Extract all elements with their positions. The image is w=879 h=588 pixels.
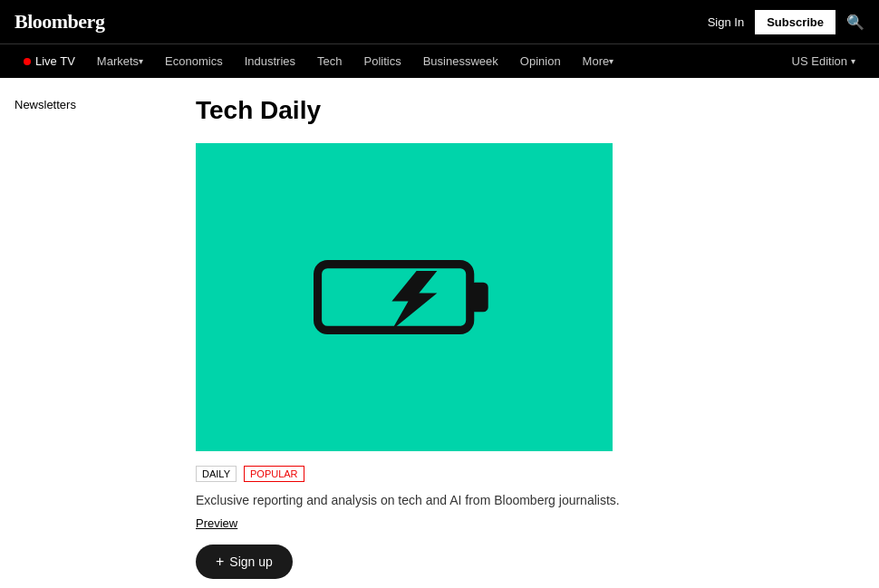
top-bar-left: Bloomberg: [14, 10, 104, 34]
battery-icon: [314, 243, 495, 352]
nav-item-more[interactable]: More: [574, 44, 623, 79]
preview-link[interactable]: Preview: [196, 516, 865, 530]
top-bar-right: Sign In Subscribe 🔍: [708, 10, 865, 34]
tag-daily: DAILY: [196, 466, 237, 482]
newsletter-description: Exclusive reporting and analysis on tech…: [196, 493, 865, 507]
svg-rect-1: [327, 274, 461, 322]
nav-item-economics[interactable]: Economics: [156, 44, 232, 79]
nav-item-businessweek[interactable]: Businessweek: [414, 44, 507, 79]
nav-item-tech[interactable]: Tech: [308, 44, 351, 79]
nav-item-opinion[interactable]: Opinion: [511, 44, 570, 79]
content-area: Newsletters Tech Daily DAILY POPULAR Exc…: [0, 78, 879, 588]
tags-container: DAILY POPULAR: [196, 466, 865, 482]
svg-rect-2: [470, 283, 488, 313]
nav-right: US Edition: [783, 54, 865, 68]
top-bar: Bloomberg Sign In Subscribe 🔍: [0, 0, 879, 43]
nav-left: Live TV Markets Economics Industries Tec…: [14, 44, 623, 79]
nav-item-markets[interactable]: Markets: [88, 44, 152, 79]
signup-button[interactable]: + Sign up: [196, 545, 293, 579]
bloomberg-logo[interactable]: Bloomberg: [14, 10, 104, 34]
search-icon[interactable]: 🔍: [846, 14, 865, 31]
sidebar-newsletters-label: Newsletters: [14, 98, 76, 111]
nav-item-live-tv[interactable]: Live TV: [14, 44, 84, 79]
us-edition[interactable]: US Edition: [783, 54, 865, 68]
nav-item-industries[interactable]: Industries: [236, 44, 304, 79]
plus-icon: +: [216, 554, 224, 570]
sidebar: Newsletters: [14, 96, 178, 579]
page-title: Tech Daily: [196, 96, 865, 125]
newsletter-image: [196, 143, 613, 451]
subscribe-button[interactable]: Subscribe: [755, 10, 836, 34]
nav-bar: Live TV Markets Economics Industries Tec…: [0, 43, 879, 78]
nav-item-politics[interactable]: Politics: [355, 44, 411, 79]
sign-in-button[interactable]: Sign In: [708, 15, 744, 29]
tag-popular: POPULAR: [244, 466, 304, 482]
signup-label: Sign up: [229, 554, 272, 569]
main-content: Tech Daily DAILY POPULAR Exclusive repor…: [196, 96, 865, 579]
live-dot: [24, 58, 31, 65]
